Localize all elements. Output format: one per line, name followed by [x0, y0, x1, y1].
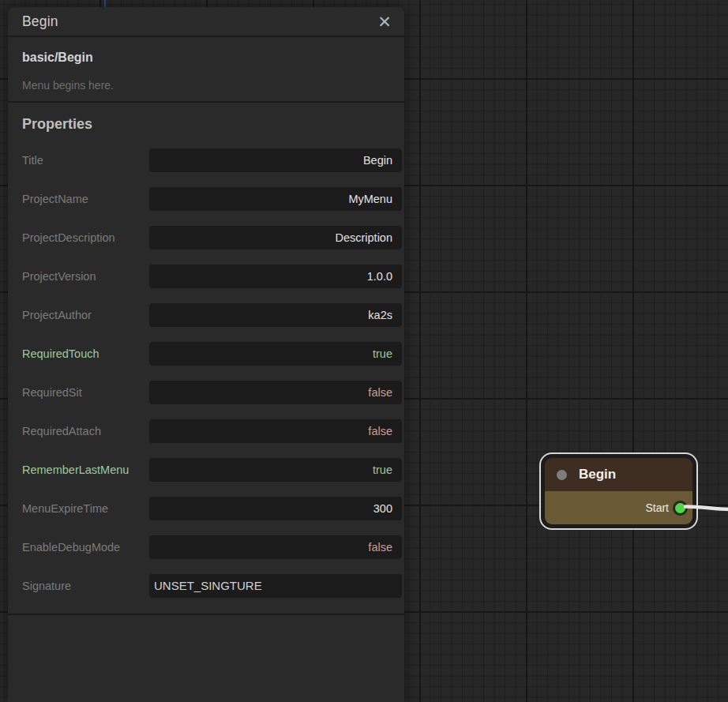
property-value-field[interactable]: false — [149, 419, 402, 443]
close-icon[interactable]: ✕ — [374, 11, 395, 32]
property-label: ProjectAuthor — [22, 309, 149, 321]
property-value: false — [368, 425, 392, 437]
property-value: MyMenu — [348, 193, 392, 205]
begin-node-header[interactable]: Begin — [545, 458, 692, 491]
property-value: Description — [335, 231, 392, 244]
property-value: true — [373, 347, 392, 360]
property-label: Title — [22, 154, 149, 167]
panel-header: Begin ✕ — [8, 7, 404, 37]
begin-node-body: Start — [545, 491, 692, 524]
node-selection-outline: Begin Start — [539, 452, 698, 530]
node-status-dot-icon — [557, 470, 567, 480]
property-value: UNSET_SINGTURE — [154, 579, 262, 592]
connection-wire[interactable] — [679, 496, 728, 516]
property-value: false — [368, 541, 392, 554]
node-description: Menu begins here. — [22, 79, 114, 92]
property-row-signature: Signature UNSET_SINGTURE — [22, 566, 402, 605]
property-label: EnableDebugMode — [22, 541, 149, 554]
property-label: RequiredAttach — [22, 425, 149, 437]
property-value: 300 — [373, 502, 392, 515]
start-output-label: Start — [645, 501, 669, 514]
node-info-section: basic/Begin Menu begins here. — [8, 39, 404, 103]
property-value-field[interactable]: MyMenu — [149, 187, 402, 211]
properties-panel: Begin ✕ basic/Begin Menu begins here. Pr… — [8, 7, 404, 702]
property-value-field[interactable]: 1.0.0 — [149, 265, 402, 288]
property-value-field[interactable]: true — [149, 342, 402, 366]
property-label: MenuExpireTime — [22, 502, 149, 515]
property-label: ProjectDescription — [22, 231, 149, 244]
property-value-field[interactable]: Begin — [149, 148, 402, 172]
property-value: ka2s — [368, 309, 392, 321]
panel-title: Begin — [22, 13, 58, 30]
property-row-requiredattach: RequiredAttach false — [22, 411, 402, 450]
property-row-rememberlastmenu: RememberLastMenu true — [22, 450, 402, 489]
node-title: Begin — [579, 467, 616, 482]
node-type-path: basic/Begin — [22, 51, 93, 65]
property-row-projectauthor: ProjectAuthor ka2s — [22, 295, 402, 334]
property-value: Begin — [363, 154, 392, 167]
property-row-menuexpiretime: MenuExpireTime 300 — [22, 489, 402, 527]
property-row-title: Title Begin — [22, 141, 402, 179]
property-value-field[interactable]: true — [149, 458, 402, 482]
property-value: 1.0.0 — [367, 270, 392, 283]
property-row-projectname: ProjectName MyMenu — [22, 179, 402, 218]
property-value: true — [373, 464, 392, 476]
properties-list: Title Begin ProjectName MyMenu ProjectDe… — [22, 141, 402, 605]
property-label: RequiredSit — [22, 386, 149, 399]
property-label: RequiredTouch — [22, 347, 149, 360]
property-value-field[interactable]: ka2s — [149, 303, 402, 327]
property-row-requiredsit: RequiredSit false — [22, 373, 402, 411]
property-label: Signature — [22, 580, 149, 592]
property-row-requiredtouch: RequiredTouch true — [22, 334, 402, 373]
properties-section-title: Properties — [22, 116, 92, 133]
property-row-projectdescription: ProjectDescription Description — [22, 218, 402, 257]
property-value-field[interactable]: UNSET_SINGTURE — [149, 574, 402, 598]
property-row-enabledebugmode: EnableDebugMode false — [22, 527, 402, 566]
property-label: ProjectVersion — [22, 270, 149, 283]
begin-node[interactable]: Begin Start — [545, 458, 692, 524]
property-value-field[interactable]: 300 — [149, 497, 402, 520]
property-value-field[interactable]: Description — [149, 226, 402, 250]
property-value: false — [368, 386, 392, 399]
property-value-field[interactable]: false — [149, 535, 402, 559]
property-label: ProjectName — [22, 193, 149, 205]
section-divider — [8, 614, 404, 615]
property-row-projectversion: ProjectVersion 1.0.0 — [22, 257, 402, 295]
property-value-field[interactable]: false — [149, 381, 402, 404]
property-label: RememberLastMenu — [22, 464, 149, 476]
